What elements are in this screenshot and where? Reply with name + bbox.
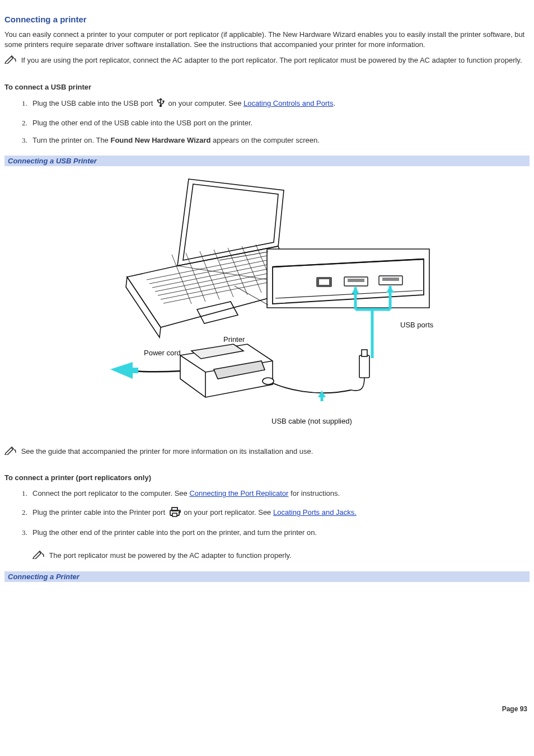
svg-rect-6 [348, 279, 364, 282]
page-heading: Connecting a printer [4, 15, 530, 24]
intro-paragraph: You can easily connect a printer to your… [4, 30, 530, 49]
list-item: Plug the printer cable into the Printer … [29, 506, 530, 520]
figure-usb-printer: USB ports Printer Power cord USB cable (… [4, 166, 530, 440]
fig1-label-usb-cable: USB cable (not supplied) [271, 417, 352, 425]
note-2: See the guide that accompanied the print… [4, 446, 530, 458]
list-item: Plug the other end of the USB cable into… [29, 118, 530, 128]
usb-trident-icon [156, 97, 165, 110]
svg-rect-13 [359, 355, 369, 378]
usb-steps-list: Plug the USB cable into the USB port on … [4, 97, 530, 145]
fig1-label-power-cord: Power cord [144, 349, 181, 357]
page-number: Page 93 [4, 705, 530, 713]
fig1-label-printer: Printer [223, 335, 245, 344]
svg-rect-14 [362, 350, 367, 356]
list-item: Turn the printer on. The Found New Hardw… [29, 135, 530, 145]
svg-rect-18 [172, 513, 177, 516]
note-pencil-icon [32, 550, 45, 562]
step1-text-a: Plug the USB cable into the USB port [32, 99, 155, 107]
bstep1-text-b: for instructions. [288, 489, 340, 497]
step3-text-a: Turn the printer on. The [32, 136, 110, 144]
connecting-replicator-link[interactable]: Connecting the Port Replicator [189, 489, 288, 497]
note-3: The port replicator must be powered by t… [32, 550, 530, 562]
svg-rect-8 [382, 278, 399, 281]
step1-text-c: . [333, 99, 335, 107]
step3-bold: Found New Hardware Wizard [110, 136, 210, 144]
bstep2-text-a: Plug the printer cable into the Printer … [32, 508, 167, 516]
bstep2-text-b: on your port replicator. See [184, 508, 273, 516]
list-item: Connect the port replicator to the compu… [29, 489, 530, 499]
svg-rect-4 [319, 279, 329, 285]
note-1-text: If you are using the port replicator, co… [21, 56, 522, 64]
svg-point-1 [157, 100, 158, 101]
bstep1-text-a: Connect the port replicator to the compu… [32, 489, 189, 497]
bstep3-text: Plug the other end of the printer cable … [32, 528, 317, 537]
note-1: If you are using the port replicator, co… [4, 55, 530, 67]
step1-text-b: on your computer. See [168, 99, 243, 107]
svg-marker-15 [318, 391, 326, 397]
sub-heading-replicator: To connect a printer (port replicators o… [4, 473, 530, 483]
note-2-text: See the guide that accompanied the print… [21, 447, 313, 456]
replicator-steps-list: Connect the port replicator to the compu… [4, 489, 530, 561]
locating-ports-link[interactable]: Locating Ports and Jacks. [273, 508, 357, 516]
locating-controls-link[interactable]: Locating Controls and Ports [243, 99, 333, 107]
note-3-text: The port replicator must be powered by t… [49, 551, 291, 559]
fig1-label-usb-ports: USB ports [400, 321, 434, 329]
svg-marker-11 [110, 362, 138, 379]
figure-caption-1: Connecting a USB Printer [4, 156, 530, 166]
step3-text-b: appears on the computer screen. [211, 136, 320, 144]
figure-caption-2: Connecting a Printer [4, 571, 530, 582]
printer-port-icon [168, 506, 181, 520]
note-pencil-icon [4, 55, 17, 67]
svg-rect-2 [162, 101, 164, 102]
sub-heading-usb: To connect a USB printer [4, 82, 530, 92]
list-item: Plug the USB cable into the USB port on … [29, 97, 530, 110]
svg-point-12 [263, 378, 274, 384]
note-pencil-icon [4, 446, 17, 458]
list-item: Plug the other end of the printer cable … [29, 528, 530, 561]
